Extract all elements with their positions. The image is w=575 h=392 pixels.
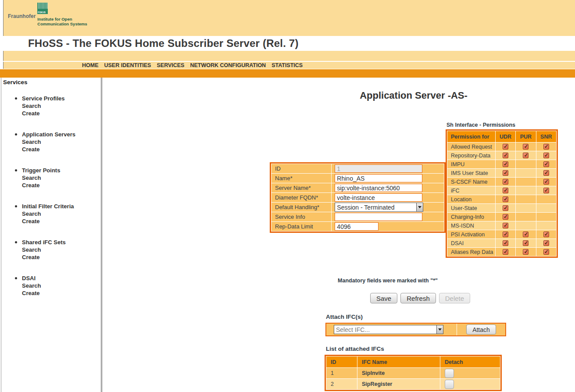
sidebar-item-shared-ifc-sets: Shared iFC Sets Search Create — [22, 238, 101, 261]
udr-checkbox[interactable] — [503, 153, 508, 158]
main-nav: HOME USER IDENTITIES SERVICES NETWORK CO… — [3, 62, 575, 69]
sidebar-group-name: DSAI — [22, 274, 101, 282]
nav-user-identities[interactable]: USER IDENTITIES — [104, 62, 151, 68]
snr-checkbox[interactable] — [543, 153, 549, 158]
sidebar-title: Services — [3, 79, 101, 86]
attach-ifc-panel: Select IFC... Attach — [325, 323, 506, 336]
sidebar-group-name: Service Profiles — [22, 95, 101, 102]
save-button[interactable]: Save — [370, 293, 397, 303]
sidebar-item-dsai: DSAI Search Create — [22, 274, 101, 297]
institute-name: Institute for Open Communication Systems — [37, 17, 87, 26]
permission-row: IMS User State — [447, 169, 556, 177]
fraunhofer-logo: Fraunhofer FOKUS Institute for Open Comm… — [8, 3, 87, 26]
name-field[interactable] — [335, 174, 422, 182]
udr-checkbox[interactable] — [503, 179, 508, 185]
udr-checkbox[interactable] — [503, 249, 508, 255]
attach-button[interactable]: Attach — [466, 324, 496, 335]
ifc-row: 2 SipRegister — [326, 379, 500, 389]
mandatory-note: Mandatory fields were marked with "*" — [300, 278, 475, 284]
server-name-field[interactable] — [335, 184, 422, 192]
permissions-section-title: Sh Interface - Permissions — [446, 122, 515, 128]
permission-row: Location — [447, 195, 556, 203]
sidebar-link-search[interactable]: Search — [22, 138, 101, 146]
sidebar-link-create[interactable]: Create — [22, 289, 101, 297]
sidebar-link-search[interactable]: Search — [22, 102, 101, 110]
detach-button[interactable] — [445, 380, 454, 389]
udr-checkbox[interactable] — [503, 161, 508, 167]
main-content: Application Server -AS- Sh Interface - P… — [102, 78, 575, 392]
sidebar-item-service-profiles: Service Profiles Search Create — [22, 94, 101, 117]
sidebar-link-create[interactable]: Create — [22, 182, 101, 189]
chevron-down-icon[interactable] — [416, 203, 423, 211]
snr-checkbox[interactable] — [543, 240, 549, 246]
udr-checkbox[interactable] — [503, 188, 508, 193]
col-snr: SNR — [536, 131, 556, 142]
sidebar-link-search[interactable]: Search — [22, 282, 101, 289]
chevron-down-icon[interactable] — [436, 325, 443, 334]
delete-button: Delete — [439, 293, 470, 303]
attached-ifcs-title: List of attached IFCs — [326, 346, 384, 352]
form-row-id: ID — [271, 164, 444, 173]
col-ifc-name: IFC Name — [357, 356, 440, 367]
pur-checkbox[interactable] — [523, 249, 529, 255]
nav-home[interactable]: HOME — [82, 62, 99, 68]
sidebar-link-create[interactable]: Create — [22, 217, 101, 225]
permission-row: IMPU — [447, 160, 556, 168]
permission-row: Allowed Request — [447, 143, 556, 151]
sidebar-services: Services Service Profiles Search Create … — [1, 78, 102, 392]
default-handling-select[interactable]: Session - Terminated — [335, 203, 423, 212]
permission-row: User-State — [447, 204, 556, 212]
detach-button[interactable] — [445, 369, 454, 378]
spacer-band — [3, 51, 575, 61]
pur-checkbox[interactable] — [523, 144, 529, 150]
sidebar-link-search[interactable]: Search — [22, 210, 101, 217]
sidebar-link-create[interactable]: Create — [22, 146, 101, 153]
sidebar-group-name: Trigger Points — [22, 167, 101, 174]
udr-checkbox[interactable] — [503, 232, 508, 237]
udr-checkbox[interactable] — [503, 144, 508, 150]
pur-checkbox[interactable] — [523, 232, 529, 237]
form-row-server-name: Server Name* — [271, 183, 444, 192]
nav-services[interactable]: SERVICES — [157, 62, 184, 68]
rep-data-limit-field[interactable] — [335, 222, 379, 231]
udr-checkbox[interactable] — [503, 214, 508, 220]
diameter-fqdn-field[interactable] — [335, 193, 422, 202]
permission-row: MS-ISDN — [447, 221, 556, 230]
sidebar-link-create[interactable]: Create — [22, 110, 101, 117]
sidebar-link-search[interactable]: Search — [22, 246, 101, 253]
udr-checkbox[interactable] — [503, 170, 508, 176]
udr-checkbox[interactable] — [503, 196, 508, 202]
sidebar-item-application-servers: Application Servers Search Create — [22, 130, 101, 153]
service-info-field[interactable] — [335, 213, 422, 221]
fraunhofer-wordmark: Fraunhofer — [8, 13, 36, 26]
sidebar-link-search[interactable]: Search — [22, 174, 101, 182]
title-band: FHoSS - The FOKUS Home Subscriber Server… — [0, 36, 575, 51]
pur-checkbox[interactable] — [523, 153, 529, 158]
snr-checkbox[interactable] — [543, 161, 549, 167]
udr-checkbox[interactable] — [503, 223, 508, 228]
pur-checkbox[interactable] — [523, 240, 529, 246]
refresh-button[interactable]: Refresh — [400, 293, 436, 303]
snr-checkbox[interactable] — [543, 232, 549, 237]
snr-checkbox[interactable] — [543, 144, 549, 150]
permission-row: Charging-Info — [447, 213, 556, 221]
form-row-default-handling: Default Handling* Session - Terminated — [271, 203, 444, 212]
fokus-logo-icon: FOKUS — [37, 3, 48, 14]
udr-checkbox[interactable] — [503, 240, 508, 246]
accent-bar — [0, 69, 575, 78]
snr-checkbox[interactable] — [543, 188, 549, 193]
nav-statistics[interactable]: STATISTICS — [271, 62, 303, 68]
udr-checkbox[interactable] — [503, 205, 508, 211]
nav-network-configuration[interactable]: NETWORK CONFIGURATION — [190, 62, 266, 68]
form-row-rep-data-limit: Rep-Data Limit — [271, 222, 444, 231]
snr-checkbox[interactable] — [543, 170, 549, 176]
snr-checkbox[interactable] — [543, 249, 549, 255]
select-ifc-dropdown[interactable]: Select IFC... — [334, 325, 443, 334]
app-title: FHoSS - The FOKUS Home Subscriber Server… — [28, 37, 299, 50]
form-row-diameter-fqdn: Diameter FQDN* — [271, 193, 444, 202]
sidebar-link-create[interactable]: Create — [22, 253, 101, 261]
col-udr: UDR — [496, 131, 515, 142]
attach-ifc-title: Attach IFC(s) — [326, 314, 363, 320]
snr-checkbox[interactable] — [543, 179, 549, 185]
permission-row: DSAI — [447, 239, 556, 247]
